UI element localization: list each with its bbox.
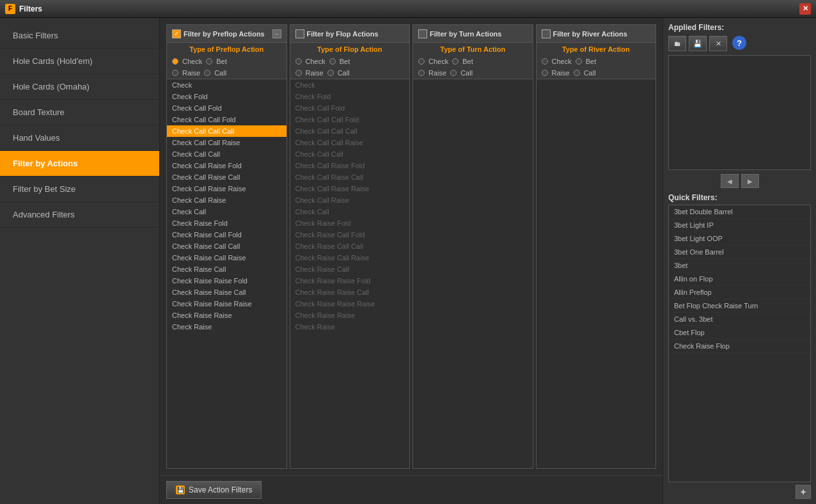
list-item[interactable]: Check Raise Call Call (290, 240, 410, 252)
list-item[interactable]: Check Raise Call Call (167, 240, 286, 252)
preflop-call-radio[interactable] (204, 70, 210, 76)
sidebar-item-hole-cards-holdem[interactable]: Hole Cards (Hold'em) (0, 49, 159, 74)
list-item[interactable]: Check Call Raise Fold (290, 160, 410, 171)
flop-header-label[interactable]: Filter by Flop Actions (307, 30, 379, 38)
list-item[interactable]: Check Call (167, 206, 286, 217)
flop-list[interactable]: CheckCheck FoldCheck Call FoldCheck Call… (290, 79, 410, 468)
sidebar-item-basic-filters[interactable]: Basic Filters (0, 23, 159, 49)
filter-tool-delete[interactable]: ✕ (709, 36, 727, 51)
list-item[interactable]: Check Fold (290, 91, 410, 102)
add-quick-filter-button[interactable]: + (796, 485, 811, 499)
river-list[interactable] (537, 79, 656, 468)
quick-filter-item[interactable]: Allin Preflop (669, 286, 810, 299)
preflop-check-radio[interactable] (172, 58, 178, 65)
flop-check-radio[interactable] (295, 58, 302, 65)
list-item[interactable]: Check Call Raise (167, 194, 286, 206)
list-item[interactable]: Check Raise Raise Fold (290, 275, 410, 287)
list-item[interactable]: Check Raise Raise (290, 310, 410, 321)
quick-filter-item[interactable]: 3bet One Barrel (669, 246, 810, 259)
quick-filter-item[interactable]: 3bet Double Barrel (669, 205, 810, 219)
quick-filter-item[interactable]: 3bet Light IP (669, 219, 810, 232)
list-item[interactable]: Check Call Call Fold (290, 114, 410, 125)
sidebar-item-filter-by-bet-size[interactable]: Filter by Bet Size (0, 177, 159, 202)
quick-filter-item[interactable]: 3bet (669, 259, 810, 272)
list-item[interactable]: Check Call Call Call (290, 125, 410, 137)
quick-filter-item[interactable]: Call vs. 3bet (669, 313, 810, 326)
quick-filters-list[interactable]: 3bet Double Barrel3bet Light IP3bet Ligh… (668, 205, 811, 482)
list-item[interactable]: Check Fold (167, 91, 286, 102)
list-item[interactable]: Check Raise Call Fold (290, 229, 410, 240)
sidebar-item-hand-values[interactable]: Hand Values (0, 125, 159, 151)
list-item[interactable]: Check Call Call Fold (167, 114, 286, 125)
close-button[interactable]: ✕ (799, 3, 811, 15)
sidebar-item-filter-by-actions[interactable]: Filter by Actions (0, 151, 159, 177)
river-checkbox[interactable] (542, 29, 551, 38)
sidebar-item-hole-cards-omaha[interactable]: Hole Cards (Omaha) (0, 74, 159, 100)
preflop-header-label[interactable]: Filter by Preflop Actions (184, 30, 265, 38)
turn-bet-radio[interactable] (452, 58, 459, 65)
preflop-raise-radio[interactable] (172, 70, 178, 76)
sidebar-item-advanced-filters[interactable]: Advanced Filters (0, 202, 159, 228)
flop-bet-radio[interactable] (329, 58, 336, 65)
list-item[interactable]: Check Call Raise (290, 194, 410, 206)
list-item[interactable]: Check Call Raise Call (290, 171, 410, 183)
river-bet-radio[interactable] (576, 58, 582, 65)
filter-tool-new[interactable]: 🖿 (668, 36, 686, 51)
list-item[interactable]: Check (167, 79, 286, 91)
list-item[interactable]: Check Raise Call (167, 264, 286, 275)
quick-filter-item[interactable]: 3bet Light OOP (669, 232, 810, 246)
list-item[interactable]: Check Call Fold (290, 102, 410, 114)
river-raise-radio[interactable] (542, 70, 548, 76)
turn-raise-radio[interactable] (418, 70, 425, 76)
quick-filter-item[interactable]: Bet Flop Check Raise Turn (669, 299, 810, 313)
nav-next[interactable]: ▶ (741, 174, 759, 188)
list-item[interactable]: Check Call Raise Raise (167, 183, 286, 194)
turn-checkbox[interactable] (418, 29, 427, 38)
list-item[interactable]: Check Raise Raise Fold (167, 275, 286, 287)
list-item[interactable]: Check Raise Call Fold (167, 229, 286, 240)
river-header-label[interactable]: Filter by River Actions (553, 30, 627, 38)
list-item[interactable]: Check Raise Raise Raise (167, 298, 286, 310)
list-item[interactable]: Check Raise Call Raise (290, 252, 410, 264)
preflop-bet-radio[interactable] (206, 58, 212, 65)
list-item[interactable]: Check Raise Fold (167, 217, 286, 229)
list-item[interactable]: Check Raise (167, 321, 286, 333)
sidebar-item-board-texture[interactable]: Board Texture (0, 100, 159, 125)
turn-check-radio[interactable] (418, 58, 425, 65)
nav-prev[interactable]: ◀ (721, 174, 739, 188)
list-item[interactable]: Check Call Raise Call (167, 171, 286, 183)
preflop-disable-btn[interactable]: – (272, 29, 281, 38)
list-item[interactable]: Check Raise Raise (167, 310, 286, 321)
list-item[interactable]: Check (290, 79, 410, 91)
list-item[interactable]: Check Raise Raise Call (290, 287, 410, 298)
filter-tool-save[interactable]: 💾 (689, 36, 707, 51)
quick-filter-item[interactable]: Check Raise Flop (669, 340, 810, 353)
list-item[interactable]: Check Call (290, 206, 410, 217)
list-item[interactable]: Check Raise Call (290, 264, 410, 275)
turn-call-radio[interactable] (450, 70, 457, 76)
applied-filters-list[interactable] (668, 55, 811, 170)
preflop-checkbox[interactable]: ✓ (172, 29, 181, 38)
list-item[interactable]: Check Raise (290, 321, 410, 333)
list-item[interactable]: Check Call Call (167, 148, 286, 160)
flop-call-radio[interactable] (327, 70, 334, 76)
list-item[interactable]: Check Call Raise Raise (290, 183, 410, 194)
help-button[interactable]: ? (732, 36, 746, 50)
quick-filter-item[interactable]: Cbet Flop (669, 326, 810, 340)
flop-checkbox[interactable] (295, 29, 304, 38)
river-check-radio[interactable] (542, 58, 548, 65)
list-item[interactable]: Check Raise Raise Raise (290, 298, 410, 310)
list-item[interactable]: Check Raise Fold (290, 217, 410, 229)
list-item[interactable]: Check Raise Call Raise (167, 252, 286, 264)
list-item[interactable]: Check Call Call (290, 148, 410, 160)
list-item[interactable]: Check Call Call Raise (290, 137, 410, 148)
flop-raise-radio[interactable] (295, 70, 302, 76)
list-item[interactable]: Check Call Call Call (167, 125, 286, 137)
river-call-radio[interactable] (574, 70, 580, 76)
save-action-filters-button[interactable]: 💾 Save Action Filters (166, 481, 262, 499)
list-item[interactable]: Check Call Fold (167, 102, 286, 114)
turn-list[interactable] (413, 79, 533, 468)
list-item[interactable]: Check Call Call Raise (167, 137, 286, 148)
turn-header-label[interactable]: Filter by Turn Actions (430, 30, 501, 38)
preflop-list[interactable]: CheckCheck FoldCheck Call FoldCheck Call… (167, 79, 286, 468)
